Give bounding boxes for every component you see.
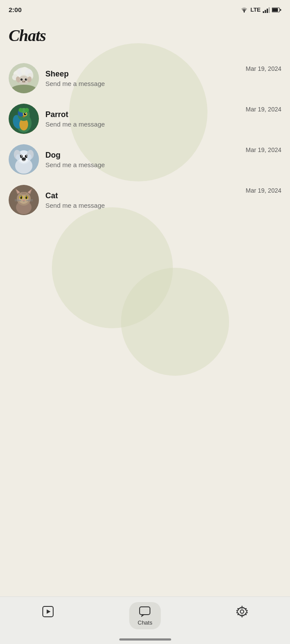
nav-item-settings[interactable]	[227, 602, 257, 621]
sheep-avatar-svg	[9, 63, 39, 93]
svg-rect-3	[267, 9, 268, 13]
svg-point-19	[22, 79, 22, 79]
chat-list: Sheep Send me a message Mar 19, 2024	[0, 49, 290, 229]
cat-avatar-svg	[9, 185, 39, 215]
chat-name-cat: Cat	[45, 191, 239, 200]
chat-time-sheep: Mar 19, 2024	[246, 63, 282, 72]
status-time: 2:00	[9, 6, 22, 13]
parrot-avatar-svg	[9, 104, 39, 134]
chat-time-cat: Mar 19, 2024	[246, 185, 282, 194]
chat-content-sheep: Sheep Send me a message	[39, 70, 246, 87]
chat-name-sheep: Sheep	[45, 70, 239, 79]
svg-point-20	[26, 79, 27, 79]
chat-item-parrot[interactable]: Parrot Send me a message Mar 19, 2024	[0, 98, 290, 139]
battery-icon	[272, 7, 281, 13]
nav-item-chats[interactable]: Chats	[129, 602, 161, 629]
avatar-sheep	[9, 63, 39, 93]
bg-decoration-3	[121, 268, 229, 376]
svg-point-35	[25, 113, 26, 114]
chat-item-cat[interactable]: Cat Send me a message Mar 19, 2024	[0, 180, 290, 220]
lte-label: LTE	[250, 6, 261, 13]
dog-avatar-svg	[9, 144, 39, 174]
svg-point-0	[244, 11, 245, 12]
svg-rect-2	[265, 10, 266, 13]
svg-point-74	[240, 610, 244, 613]
svg-rect-1	[263, 11, 264, 13]
svg-point-17	[21, 79, 23, 81]
svg-point-48	[26, 155, 27, 156]
chat-preview-sheep: Send me a message	[45, 80, 239, 87]
svg-point-65	[26, 197, 27, 197]
svg-point-47	[21, 155, 22, 156]
nav-item-stories[interactable]	[33, 602, 63, 621]
svg-point-37	[19, 108, 23, 112]
svg-point-62	[20, 196, 22, 199]
chat-content-dog: Dog Send me a message	[39, 151, 246, 168]
svg-rect-4	[269, 7, 270, 13]
chat-preview-dog: Send me a message	[45, 161, 239, 168]
page-title-section: Chats	[0, 17, 290, 49]
status-bar: 2:00 LTE	[0, 0, 290, 17]
chat-preview-cat: Send me a message	[45, 202, 239, 209]
chat-bubble-icon	[139, 606, 151, 618]
svg-point-50	[16, 154, 20, 160]
svg-rect-6	[272, 8, 278, 12]
wifi-icon	[240, 7, 248, 13]
chat-preview-parrot: Send me a message	[45, 121, 239, 128]
chat-item-dog[interactable]: Dog Send me a message Mar 19, 2024	[0, 139, 290, 180]
svg-point-38	[25, 108, 29, 112]
svg-point-18	[25, 79, 27, 81]
avatar-dog	[9, 144, 39, 174]
svg-marker-72	[47, 609, 51, 614]
chat-content-cat: Cat Send me a message	[39, 191, 246, 209]
chat-item-sheep[interactable]: Sheep Send me a message Mar 19, 2024	[0, 58, 290, 98]
home-indicator	[119, 638, 171, 641]
svg-rect-7	[280, 9, 281, 11]
svg-point-23	[24, 81, 25, 82]
avatar-cat	[9, 185, 39, 215]
gear-icon	[236, 606, 248, 618]
svg-point-51	[27, 154, 32, 160]
status-icons: LTE	[240, 6, 281, 13]
signal-icon	[263, 7, 270, 13]
page-title: Chats	[9, 26, 281, 45]
bottom-nav: Chats	[0, 596, 290, 644]
chat-name-parrot: Parrot	[45, 110, 239, 119]
chat-content-parrot: Parrot Send me a message	[39, 110, 246, 128]
svg-point-64	[21, 197, 22, 197]
avatar-parrot	[9, 104, 39, 134]
nav-label-chats: Chats	[138, 619, 153, 626]
svg-rect-73	[140, 607, 150, 615]
chat-time-dog: Mar 19, 2024	[246, 144, 282, 153]
svg-point-63	[25, 196, 27, 199]
svg-point-22	[22, 81, 23, 82]
chat-time-parrot: Mar 19, 2024	[246, 104, 282, 113]
chat-name-dog: Dog	[45, 151, 239, 160]
play-square-icon	[42, 606, 54, 618]
